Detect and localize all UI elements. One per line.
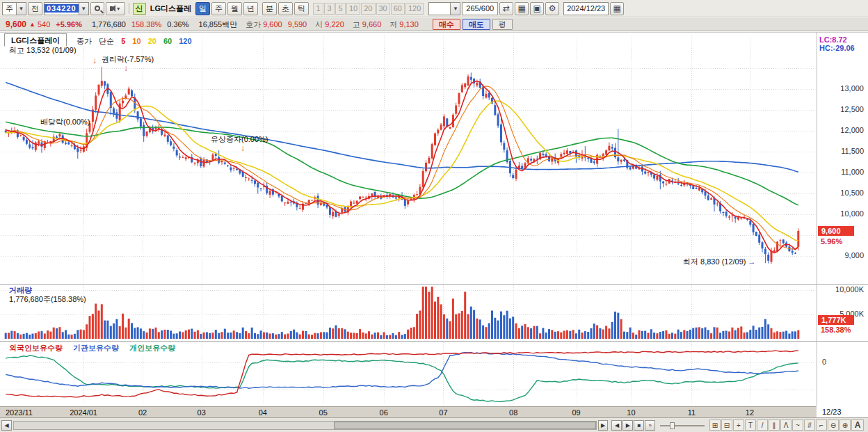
x-axis-label: 12 [746, 408, 754, 417]
chart-style-icon[interactable]: ▦ [515, 2, 529, 15]
save-icon[interactable]: ▣ [530, 2, 544, 15]
compare-icon[interactable]: ⇄ [499, 2, 513, 15]
x-axis-label: 06 [380, 408, 388, 417]
legend-ma5: 5 [121, 37, 125, 45]
volume-value: 1,776,680 [92, 20, 126, 29]
individual-holdings-label: 개인보유수량 [129, 344, 175, 352]
quote-bar: 9,600 ▲ 540 +5.96% 1,776,680 158.38% 0.3… [0, 18, 868, 31]
triangle-pattern-icon[interactable]: Λ [780, 419, 791, 431]
avg-button[interactable]: 평 [492, 19, 513, 30]
add-panel-icon[interactable]: ⊟ [721, 419, 732, 431]
chart-scrollbar-track[interactable] [13, 421, 597, 430]
scroll-right-button[interactable]: ▶ [598, 420, 609, 431]
chevron-down-icon[interactable]: ▼ [16, 3, 26, 15]
price-axis-label: 12,000 [819, 126, 864, 134]
stock-code-value: 034220 [45, 4, 79, 13]
step-back-button[interactable]: ◀ [611, 420, 622, 431]
interval-button-group: 13510203060120 [313, 3, 424, 15]
price-axis-label: 11,000 [819, 168, 864, 176]
annotation-offering: 유상증자(0.00%) [211, 134, 268, 145]
period-year-button[interactable]: 년 [243, 2, 258, 15]
sell-button[interactable]: 매도 [463, 19, 490, 30]
date-input[interactable]: 2024/12/23 [563, 2, 609, 15]
x-axis-last-date: 12/23 [822, 408, 842, 416]
interval-button-60[interactable]: 60 [391, 3, 405, 15]
x-axis-label: 07 [439, 408, 447, 417]
ask-price: 9,600 [263, 20, 282, 29]
buy-button[interactable]: 매수 [433, 19, 460, 30]
calendar-icon[interactable]: ▦ [610, 2, 624, 15]
high-price: 9,660 [362, 20, 382, 29]
interval-button-1[interactable]: 1 [313, 3, 323, 15]
legend-ma60: 60 [163, 37, 172, 45]
period-dropdown-value: 주 [3, 3, 16, 14]
open-label: 시 [315, 19, 323, 30]
grid-tool-icon[interactable]: # [804, 419, 815, 431]
down-arrow-icon: ↓ [241, 143, 245, 153]
split-screen-icon[interactable]: ⊞ [709, 419, 721, 431]
current-price-axis-box: 9,600 [818, 226, 854, 236]
parallel-line-icon[interactable]: ∥ [769, 419, 780, 431]
interval-button-10[interactable]: 10 [346, 3, 360, 15]
period-day-button[interactable]: 일 [195, 2, 210, 15]
x-axis-label: 02 [138, 408, 147, 417]
sound-alert-button[interactable]: ▼ [106, 2, 125, 15]
x-axis-label: 11 [688, 408, 696, 417]
x-axis-strip: 2023/112024/010203040506070809101112 [0, 406, 817, 417]
interval-button-5[interactable]: 5 [335, 3, 346, 15]
credit-badge: 신 [133, 3, 146, 15]
stop-button[interactable]: ■ [634, 420, 644, 431]
zoom-slider-handle[interactable] [670, 422, 675, 429]
eraser-icon[interactable]: ⌐ [816, 419, 827, 431]
trendline-icon[interactable]: / [757, 419, 768, 431]
interval-button-120[interactable]: 120 [405, 3, 424, 15]
down-arrow-icon: ↓ [124, 63, 128, 73]
scroll-left-button[interactable]: ◀ [1, 420, 12, 431]
jump-end-button[interactable]: » [645, 420, 655, 431]
prev-stock-button[interactable]: 전 [28, 2, 42, 15]
curve-tool-icon[interactable]: ~ [792, 419, 803, 431]
interval-button-3[interactable]: 3 [324, 3, 335, 15]
zoom-out-icon[interactable]: ⊖ [828, 419, 839, 431]
period-month-button[interactable]: 월 [227, 2, 242, 15]
period-second-button[interactable]: 초 [278, 2, 293, 15]
price-axis-label: 10,000 [819, 209, 864, 218]
legend-ma20: 20 [148, 37, 156, 45]
chart-type-dropdown[interactable]: ▼ [428, 2, 460, 15]
legend-ma10: 10 [132, 37, 140, 45]
lc-indicator: LC:8.72 [819, 35, 847, 44]
ownership-axis-label: 0 [822, 358, 826, 366]
institution-holdings-label: 기관보유수량 [73, 344, 119, 352]
legend-price-type: 종가 [77, 37, 92, 45]
chevron-down-icon: ▼ [116, 6, 121, 11]
price-axis-label: 13,000 [819, 84, 864, 93]
x-axis-label: 04 [259, 408, 267, 417]
bottom-tool-icons: ⊞⊟+T/∥Λ~#⌐⊖⊕A [709, 419, 867, 431]
hoga-label: 호가 [246, 19, 261, 30]
gear-icon[interactable]: ⚙ [545, 2, 559, 15]
period-tick-button[interactable]: 틱 [294, 2, 309, 15]
interval-button-20[interactable]: 20 [361, 3, 375, 15]
down-arrow-icon: ↓ [93, 56, 97, 65]
top-toolbar: 주 ▼ 전 034220 ▼ ▼ 신 LG디스플레 일 주 월 년 분 초 틱 … [0, 0, 868, 17]
zoom-in-icon[interactable]: ⊕ [839, 419, 851, 431]
font-size-icon[interactable]: A [851, 419, 864, 431]
period-week-button[interactable]: 주 [211, 2, 226, 15]
step-forward-button[interactable]: ▶ [622, 420, 633, 431]
chevron-down-icon[interactable]: ▼ [79, 3, 88, 15]
stock-name-label: LG디스플레 [150, 3, 191, 14]
interval-button-30[interactable]: 30 [376, 3, 390, 15]
crosshair-icon[interactable]: + [733, 419, 744, 431]
chart-scrollbar-thumb[interactable] [334, 422, 595, 429]
chevron-down-icon[interactable]: ▼ [450, 3, 460, 15]
stock-code-input[interactable]: 034220 ▼ [44, 2, 89, 15]
zoom-slider[interactable] [660, 420, 705, 431]
period-minute-button[interactable]: 분 [262, 2, 277, 15]
search-button[interactable] [90, 2, 104, 15]
period-dropdown[interactable]: 주 ▼ [2, 2, 26, 15]
price-axis-label: 9,000 [819, 251, 864, 259]
price-change: 540 [38, 20, 50, 29]
current-price: 9,600 [6, 19, 26, 29]
volume-axis-label: 10,000K [819, 285, 864, 294]
text-tool-icon[interactable]: T [745, 419, 756, 431]
